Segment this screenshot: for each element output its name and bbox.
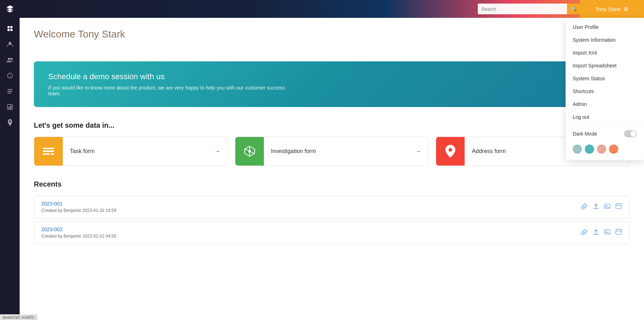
- page-title: Welcome Tony Stark: [34, 29, 125, 40]
- svg-rect-13: [9, 107, 9, 109]
- dropdown-item-dark-mode[interactable]: Dark Mode: [566, 127, 644, 141]
- recents-section: Recents 2023-001 Created by Benjamin 202…: [34, 180, 630, 244]
- recent-item-2: 2023-002 Created by Benjamin 2023-02-01 …: [34, 221, 630, 244]
- svg-rect-32: [604, 230, 610, 234]
- task-form-card[interactable]: Task form →: [34, 137, 228, 166]
- dropdown-menu: User Profile System Information Import X…: [566, 18, 644, 160]
- dropdown-item-import-spreadsheet[interactable]: Import Spreadsheet: [566, 59, 644, 72]
- recent-item-1-left: 2023-001 Created by Benjamin 2023-01-31 …: [41, 201, 116, 213]
- svg-rect-14: [10, 106, 10, 109]
- investigation-form-label: Investigation form: [264, 148, 416, 154]
- investigation-form-card[interactable]: Investigation form →: [235, 137, 429, 166]
- svg-rect-16: [43, 148, 54, 149]
- svg-rect-15: [11, 105, 11, 109]
- recent-item-2-actions: [581, 228, 622, 237]
- recent-item-2-left: 2023-002 Created by Benjamin 2023-02-01 …: [41, 227, 116, 239]
- svg-rect-11: [7, 93, 11, 93]
- svg-rect-0: [7, 26, 10, 28]
- svg-rect-28: [616, 204, 622, 209]
- sidebar: i: [0, 18, 20, 320]
- svg-point-21: [248, 150, 251, 153]
- demo-banner-title: Schedule a demo session with us: [48, 72, 615, 81]
- dropdown-divider: [566, 125, 644, 125]
- sidebar-item-home[interactable]: [3, 21, 17, 36]
- dark-mode-toggle[interactable]: [624, 130, 637, 137]
- theme-dot-3[interactable]: [597, 144, 606, 154]
- dropdown-item-import-xml[interactable]: Import Xml: [566, 46, 644, 59]
- dropdown-item-logout[interactable]: Log out: [566, 111, 644, 123]
- main-content: Welcome Tony Stark PR RV J K Schedule a …: [20, 18, 644, 320]
- address-form-icon: [436, 137, 465, 166]
- sidebar-item-tasks[interactable]: [3, 84, 17, 98]
- user-menu-trigger[interactable]: Tony Stark ⚙: [580, 0, 644, 18]
- svg-point-6: [10, 58, 12, 60]
- svg-text:i: i: [10, 74, 10, 78]
- search-container: 🔍: [478, 4, 580, 14]
- header-row: Welcome Tony Stark PR RV J K: [34, 29, 630, 51]
- upload-icon-2[interactable]: [592, 228, 599, 237]
- attach-icon-1[interactable]: [581, 203, 588, 212]
- svg-rect-3: [10, 29, 12, 31]
- search-input[interactable]: [478, 4, 567, 14]
- form-cards: Task form → Investigation form →: [34, 137, 630, 166]
- task-form-label: Task form: [63, 148, 215, 154]
- svg-rect-19: [51, 153, 54, 155]
- svg-rect-1: [10, 26, 12, 28]
- sidebar-item-reports[interactable]: [3, 100, 17, 114]
- theme-dot-4[interactable]: [609, 144, 618, 154]
- sidebar-item-user[interactable]: [3, 37, 17, 51]
- dropdown-item-admin[interactable]: Admin: [566, 98, 644, 111]
- recents-title: Recents: [34, 180, 630, 188]
- svg-rect-9: [7, 89, 12, 90]
- layout: i Welcome Tony Sta: [0, 18, 644, 320]
- task-form-arrow: →: [215, 148, 228, 154]
- theme-dots-container: [566, 141, 644, 157]
- task-form-icon: [34, 137, 63, 166]
- image-icon-2[interactable]: [604, 228, 611, 237]
- dropdown-item-shortcuts[interactable]: Shortcuts: [566, 85, 644, 98]
- statusbar: javascript: void(0);: [0, 314, 37, 320]
- upload-icon-1[interactable]: [592, 203, 599, 212]
- topbar: 🔍 Tony Stark ⚙: [0, 0, 644, 18]
- dropdown-item-system-information[interactable]: System Information: [566, 34, 644, 46]
- demo-banner: Schedule a demo session with us If you w…: [34, 61, 630, 107]
- attach-icon-2[interactable]: [581, 228, 588, 237]
- search-button[interactable]: 🔍: [567, 4, 580, 14]
- dropdown-item-system-status[interactable]: System Status: [566, 72, 644, 85]
- investigation-form-arrow: →: [415, 148, 428, 154]
- recent-item-2-id[interactable]: 2023-002: [41, 227, 116, 232]
- theme-dot-1[interactable]: [573, 144, 582, 154]
- recent-item-1-actions: [581, 203, 622, 212]
- calendar-icon-1[interactable]: [615, 203, 622, 212]
- recent-item-1-meta: Created by Benjamin 2023-01-31 10:59: [41, 208, 116, 213]
- gear-icon: ⚙: [623, 6, 628, 12]
- sidebar-item-team[interactable]: [3, 53, 17, 67]
- svg-point-5: [8, 58, 10, 60]
- svg-rect-34: [616, 229, 622, 234]
- demo-banner-description: If you would like to know more about the…: [48, 85, 298, 96]
- svg-point-4: [9, 42, 11, 45]
- svg-rect-2: [7, 29, 10, 31]
- svg-rect-18: [43, 153, 50, 155]
- theme-dot-2[interactable]: [585, 144, 594, 154]
- svg-line-24: [245, 149, 248, 150]
- calendar-icon-2[interactable]: [615, 228, 622, 237]
- recent-item-2-meta: Created by Benjamin 2023-02-01 04:55: [41, 234, 116, 239]
- svg-rect-17: [43, 151, 54, 152]
- recent-item-1-id[interactable]: 2023-001: [41, 201, 116, 207]
- search-icon: 🔍: [571, 6, 577, 12]
- topbar-logo: [0, 5, 20, 13]
- dropdown-item-user-profile[interactable]: User Profile: [566, 21, 644, 34]
- sidebar-item-item1[interactable]: i: [3, 68, 17, 83]
- svg-rect-10: [7, 91, 12, 92]
- svg-rect-26: [604, 204, 610, 208]
- sidebar-item-location[interactable]: [3, 116, 17, 130]
- data-section-title: Let's get some data in...: [34, 121, 630, 129]
- user-name-label: Tony Stark: [596, 6, 621, 12]
- investigation-form-icon: [235, 137, 264, 166]
- svg-line-25: [251, 152, 255, 153]
- image-icon-1[interactable]: [604, 203, 611, 212]
- recent-item-1: 2023-001 Created by Benjamin 2023-01-31 …: [34, 195, 630, 218]
